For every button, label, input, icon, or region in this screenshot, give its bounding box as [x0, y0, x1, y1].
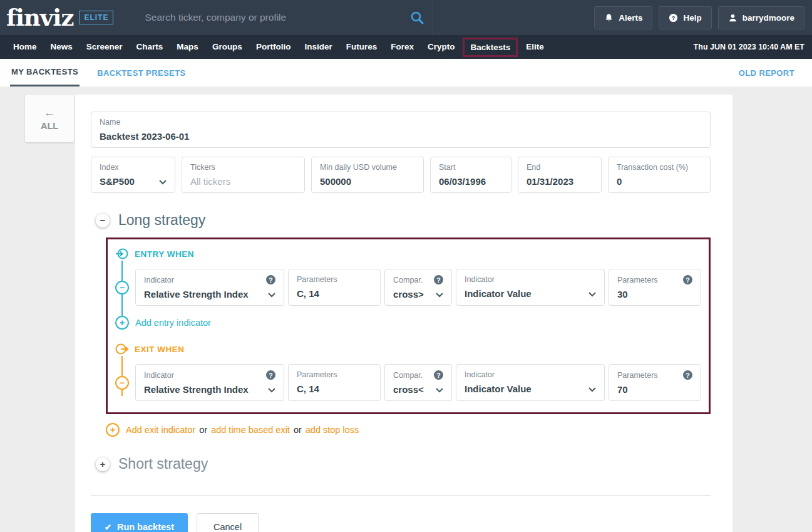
- exit-when-heading: EXIT WHEN: [135, 345, 185, 354]
- help-button[interactable]: ? Help: [659, 6, 711, 29]
- collapse-long-strategy-button[interactable]: −: [96, 214, 110, 227]
- alerts-button[interactable]: Alerts: [594, 6, 652, 29]
- nav-item-groups[interactable]: Groups: [205, 35, 249, 59]
- exit-indicator2-label: Indicator: [465, 370, 495, 379]
- add-entry-indicator-link[interactable]: Add entry indicator: [135, 318, 211, 328]
- entry-parameters2-field[interactable]: Parameters: [609, 269, 701, 306]
- remove-exit-indicator-button[interactable]: [115, 376, 129, 390]
- nav-item-backtests[interactable]: Backtests: [463, 38, 518, 57]
- add-exit-indicator-icon[interactable]: [106, 423, 120, 437]
- exit-parameters-label: Parameters: [297, 370, 337, 379]
- entry-when-heading: ENTRY WHEN: [135, 249, 194, 259]
- parameters-row: Index S&P500 Tickers Min daily USD volum…: [91, 157, 711, 193]
- run-backtest-button[interactable]: Run backtest: [91, 513, 188, 532]
- add-exit-indicator-link[interactable]: Add exit indicator: [126, 425, 195, 435]
- entry-comparison-select[interactable]: Compar. cross>: [384, 269, 452, 306]
- exit-parameters2-input[interactable]: [617, 384, 692, 395]
- min-volume-field[interactable]: Min daily USD volume: [311, 157, 424, 193]
- exit-comparison-select[interactable]: Compar. cross<: [384, 364, 452, 401]
- end-date-input[interactable]: [527, 176, 593, 187]
- chevron-down-icon: [268, 289, 275, 300]
- entry-comparison-label: Compar.: [393, 276, 423, 284]
- expand-short-strategy-button[interactable]: +: [96, 457, 110, 471]
- nav-item-elite[interactable]: Elite: [519, 35, 551, 59]
- tickers-input[interactable]: [190, 176, 296, 187]
- old-report-link[interactable]: OLD REPORT: [739, 68, 794, 78]
- nav-item-charts[interactable]: Charts: [130, 35, 170, 59]
- finviz-logo[interactable]: finviz: [6, 6, 73, 29]
- nav-item-insider[interactable]: Insider: [297, 35, 339, 59]
- exit-add-links-row: Add exit indicator or add time based exi…: [106, 423, 711, 437]
- exit-indicator-select[interactable]: Indicator Relative Strength Index: [135, 364, 284, 401]
- name-input[interactable]: [100, 131, 702, 142]
- tickers-field[interactable]: Tickers: [182, 157, 305, 193]
- help-icon: ?: [669, 13, 678, 23]
- add-time-based-exit-link[interactable]: add time based exit: [211, 425, 290, 435]
- tickers-label: Tickers: [190, 163, 215, 172]
- add-stop-loss-link[interactable]: add stop loss: [306, 425, 359, 435]
- min-volume-label: Min daily USD volume: [320, 163, 397, 172]
- help-icon[interactable]: [266, 370, 275, 380]
- min-volume-input[interactable]: [320, 176, 415, 187]
- help-icon[interactable]: [683, 370, 692, 380]
- tab-backtest-presets[interactable]: BACKTEST PRESETS: [97, 68, 185, 78]
- exit-parameters2-field[interactable]: Parameters: [609, 364, 701, 401]
- strategy-highlight-box: ENTRY WHEN Indicator Relative Strength I…: [106, 237, 711, 414]
- transaction-cost-input[interactable]: [617, 176, 702, 187]
- nav-item-maps[interactable]: Maps: [170, 35, 205, 59]
- index-select[interactable]: Index S&P500: [91, 157, 175, 193]
- back-to-all-button[interactable]: ALL: [25, 95, 74, 142]
- run-backtest-label: Run backtest: [117, 522, 174, 532]
- user-menu-button[interactable]: barrydmoore: [718, 6, 804, 29]
- nav-item-futures[interactable]: Futures: [339, 35, 384, 59]
- end-date-field[interactable]: End: [518, 157, 602, 193]
- chevron-down-icon: [588, 288, 596, 299]
- help-icon[interactable]: [266, 275, 275, 284]
- divider: [91, 495, 711, 496]
- nav-item-news[interactable]: News: [44, 35, 80, 59]
- remove-entry-indicator-button[interactable]: [115, 281, 129, 295]
- username-label: barrydmoore: [743, 13, 794, 23]
- entry-parameters-field[interactable]: Parameters: [288, 269, 381, 306]
- entry-parameters2-input[interactable]: [617, 289, 692, 300]
- help-icon[interactable]: [683, 275, 692, 284]
- entry-indicator2-select[interactable]: Indicator Indicator Value: [456, 269, 605, 306]
- user-icon: [728, 13, 737, 23]
- entry-indicator2-value: Indicator Value: [465, 288, 532, 299]
- tab-bar: MY BACKTESTS BACKTEST PRESETS OLD REPORT: [0, 59, 812, 86]
- datetime-label: Thu JUN 01 2023 10:40 AM ET: [694, 43, 804, 51]
- exit-indicator2-value: Indicator Value: [465, 383, 532, 394]
- start-date-field[interactable]: Start: [430, 157, 511, 193]
- help-icon[interactable]: [434, 370, 443, 380]
- exit-parameters-field[interactable]: Parameters: [288, 364, 381, 401]
- exit-comparison-label: Compar.: [393, 371, 423, 380]
- entry-parameters-input[interactable]: [297, 288, 372, 299]
- backtest-form-card: Name Index S&P500 Tickers: [75, 95, 732, 532]
- search-icon[interactable]: [410, 11, 424, 24]
- exit-parameters-input[interactable]: [297, 383, 372, 394]
- help-icon[interactable]: [434, 275, 443, 284]
- cancel-button[interactable]: Cancel: [197, 513, 259, 532]
- or-text: or: [199, 425, 207, 435]
- exit-indicator-row: Indicator Relative Strength Index Parame…: [135, 364, 701, 401]
- exit-indicator2-select[interactable]: Indicator Indicator Value: [456, 364, 605, 401]
- add-entry-indicator-icon[interactable]: [115, 316, 129, 330]
- tab-my-backtests[interactable]: MY BACKTESTS: [10, 59, 80, 86]
- transaction-cost-field[interactable]: Transaction cost (%): [608, 157, 711, 193]
- nav-item-forex[interactable]: Forex: [384, 35, 421, 59]
- name-field[interactable]: Name: [91, 112, 711, 148]
- search-input[interactable]: [143, 11, 405, 24]
- nav-item-screener[interactable]: Screener: [80, 35, 130, 59]
- chevron-down-icon: [436, 384, 443, 395]
- start-date-input[interactable]: [439, 176, 503, 187]
- nav-item-crypto[interactable]: Crypto: [421, 35, 462, 59]
- entry-indicator-select[interactable]: Indicator Relative Strength Index: [135, 269, 284, 306]
- nav-item-home[interactable]: Home: [6, 35, 44, 59]
- entry-indicator-row: Indicator Relative Strength Index Parame…: [135, 269, 701, 306]
- index-label: Index: [100, 163, 119, 172]
- start-label: Start: [439, 163, 455, 172]
- nav-item-portfolio[interactable]: Portfolio: [249, 35, 298, 59]
- entry-indicator-value: Relative Strength Index: [144, 289, 249, 300]
- name-label: Name: [100, 118, 120, 127]
- chevron-down-icon: [588, 383, 596, 394]
